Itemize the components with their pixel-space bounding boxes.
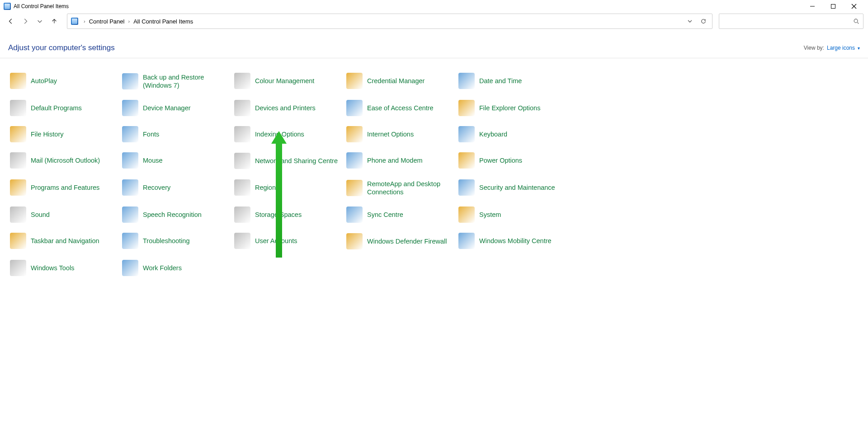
- control-panel-item[interactable]: Taskbar and Navigation: [8, 229, 120, 253]
- item-label: Date and Time: [479, 77, 522, 85]
- item-icon: [10, 126, 26, 142]
- control-panel-item[interactable]: Recovery: [120, 176, 232, 199]
- item-icon: [10, 100, 26, 116]
- item-icon: [122, 179, 138, 196]
- control-panel-item[interactable]: Work Folders: [120, 256, 232, 280]
- address-bar[interactable]: › Control Panel › All Control Panel Item…: [67, 14, 712, 29]
- address-history-button[interactable]: [683, 14, 697, 28]
- control-panel-grid: AutoPlayBack up and Restore (Windows 7)C…: [8, 69, 864, 280]
- window-controls: [802, 0, 864, 13]
- control-panel-item[interactable]: Network and Sharing Centre: [232, 149, 344, 173]
- item-icon: [346, 100, 363, 116]
- minimize-icon: [810, 4, 815, 9]
- control-panel-item[interactable]: Ease of Access Centre: [344, 96, 457, 120]
- control-panel-item[interactable]: Credential Manager: [344, 69, 457, 93]
- control-panel-item[interactable]: Storage Spaces: [232, 203, 344, 226]
- recent-dropdown-button[interactable]: [33, 15, 46, 28]
- item-icon: [346, 126, 363, 142]
- up-button[interactable]: [48, 15, 61, 28]
- item-label: Colour Management: [255, 77, 314, 85]
- control-panel-item[interactable]: Security and Maintenance: [457, 176, 569, 199]
- view-by-value[interactable]: Large icons: [827, 45, 855, 51]
- item-icon: [122, 207, 138, 223]
- breadcrumb-segment[interactable]: Control Panel: [88, 18, 126, 25]
- search-input[interactable]: [723, 18, 853, 25]
- control-panel-item[interactable]: Speech Recognition: [120, 203, 232, 226]
- item-icon: [346, 207, 363, 223]
- control-panel-item[interactable]: Indexing Options: [232, 122, 344, 146]
- item-icon: [10, 152, 26, 169]
- control-panel-icon: [4, 3, 11, 10]
- control-panel-item[interactable]: Windows Defender Firewall: [344, 229, 457, 254]
- view-by-control[interactable]: View by: Large icons ▾: [804, 45, 860, 51]
- item-label: Windows Tools: [31, 264, 74, 272]
- control-panel-item[interactable]: Windows Tools: [8, 256, 120, 280]
- spacer: [569, 176, 681, 200]
- control-panel-item[interactable]: Default Programs: [8, 96, 120, 120]
- control-panel-item[interactable]: Troubleshooting: [120, 229, 232, 253]
- spacer: [569, 149, 681, 173]
- control-panel-item[interactable]: Mail (Microsoft Outlook): [8, 149, 120, 172]
- heading-row: Adjust your computer's settings View by:…: [0, 30, 868, 58]
- back-button[interactable]: [5, 15, 17, 28]
- refresh-button[interactable]: [697, 14, 710, 28]
- item-label: System: [479, 211, 501, 219]
- item-label: Region: [255, 183, 276, 192]
- chevron-right-icon: ›: [125, 19, 132, 24]
- item-label: Network and Sharing Centre: [255, 157, 338, 165]
- item-icon: [122, 152, 138, 169]
- search-bar[interactable]: [719, 14, 863, 29]
- minimize-button[interactable]: [802, 0, 823, 13]
- item-label: Windows Defender Firewall: [367, 237, 447, 245]
- control-panel-item[interactable]: Region: [232, 176, 344, 199]
- control-panel-item[interactable]: Devices and Printers: [232, 96, 344, 120]
- control-panel-item[interactable]: Mouse: [120, 149, 232, 172]
- search-icon: [853, 18, 859, 24]
- control-panel-item[interactable]: Internet Options: [344, 122, 457, 146]
- control-panel-item[interactable]: Sound: [8, 203, 120, 226]
- close-button[interactable]: [844, 0, 864, 13]
- control-panel-item[interactable]: File Explorer Options: [457, 96, 569, 120]
- control-panel-item[interactable]: Power Options: [457, 149, 569, 172]
- control-panel-item[interactable]: Device Manager: [120, 96, 232, 120]
- item-label: Speech Recognition: [143, 211, 202, 219]
- control-panel-item[interactable]: Back up and Restore (Windows 7): [120, 69, 232, 94]
- control-panel-item[interactable]: Fonts: [120, 122, 232, 146]
- arrow-right-icon: [22, 18, 28, 24]
- item-label: Default Programs: [31, 104, 82, 112]
- item-label: Windows Mobility Centre: [479, 237, 552, 245]
- item-icon: [458, 73, 475, 89]
- address-bar-icon: [71, 18, 78, 25]
- control-panel-item[interactable]: Colour Management: [232, 69, 344, 93]
- control-panel-item[interactable]: AutoPlay: [8, 69, 120, 93]
- control-panel-item[interactable]: Date and Time: [457, 69, 569, 93]
- control-panel-item[interactable]: Windows Mobility Centre: [457, 229, 569, 253]
- control-panel-item[interactable]: Programs and Features: [8, 176, 120, 199]
- control-panel-item[interactable]: System: [457, 203, 569, 226]
- control-panel-item[interactable]: RemoteApp and Desktop Connections: [344, 176, 457, 200]
- item-label: Fonts: [143, 130, 159, 138]
- item-icon: [234, 207, 250, 223]
- forward-button[interactable]: [19, 15, 32, 28]
- item-icon: [458, 126, 475, 142]
- chevron-down-icon: [37, 18, 43, 24]
- chevron-right-icon: ›: [81, 19, 88, 24]
- control-panel-item[interactable]: User Accounts: [232, 229, 344, 253]
- control-panel-item[interactable]: File History: [8, 122, 120, 146]
- breadcrumb-segment[interactable]: All Control Panel Items: [132, 18, 194, 25]
- item-label: Storage Spaces: [255, 211, 302, 219]
- item-icon: [458, 152, 475, 169]
- item-icon: [234, 73, 250, 89]
- control-panel-item[interactable]: Keyboard: [457, 122, 569, 146]
- item-label: Devices and Printers: [255, 104, 316, 112]
- item-icon: [346, 233, 363, 249]
- item-icon: [122, 73, 138, 89]
- control-panel-item[interactable]: Sync Centre: [344, 203, 457, 226]
- control-panel-item[interactable]: Phone and Modem: [344, 149, 457, 172]
- view-by-label: View by:: [804, 45, 824, 51]
- svg-line-5: [858, 23, 859, 24]
- title-bar: All Control Panel Items: [0, 0, 868, 13]
- maximize-button[interactable]: [823, 0, 844, 13]
- spacer: [569, 203, 681, 226]
- item-icon: [10, 73, 26, 89]
